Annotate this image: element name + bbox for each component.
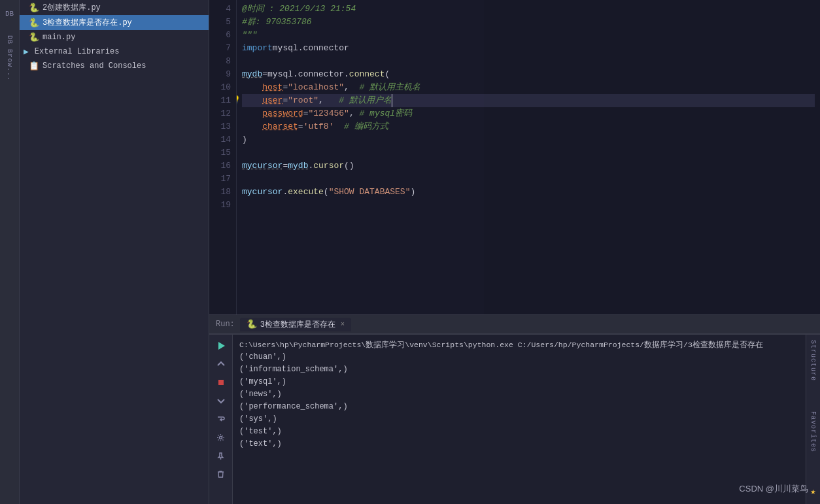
code-line-14: ) [242, 133, 815, 146]
code-editor[interactable]: 4 5 6 7 8 9 10 11 12 13 14 15 16 17 18 1… [209, 0, 820, 314]
code-line-10: host = "localhost" , # 默认用主机名 [242, 81, 815, 94]
file-tree-panel: 🐍 2创建数据库.py 🐍 3检查数据库是否存在.py 🐍 main.py ▶ … [20, 0, 209, 504]
code-line-17 [242, 173, 815, 186]
python-file-icon-2: 🐍 [29, 18, 39, 28]
side-tabs: Structure Favorites ★ [806, 335, 820, 504]
favorites-tab[interactable]: Favorites [808, 406, 818, 458]
console-output-line-4: ('news',) [239, 388, 799, 401]
console-output-line-8: ('text',) [239, 438, 799, 450]
run-button[interactable] [214, 339, 228, 353]
file-name-1: 2创建数据库.py [43, 2, 101, 13]
console-output-line-6: ('sys',) [239, 413, 799, 426]
run-bar: Run: 🐍 3检查数据库是否存在 × [209, 314, 820, 334]
run-tab[interactable]: 🐍 3检查数据库是否存在 × [240, 318, 351, 331]
structure-tab[interactable]: Structure [808, 335, 818, 386]
code-line-19 [242, 199, 815, 212]
external-libs-item[interactable]: ▶ External Libraries [20, 44, 209, 59]
db-browser-label[interactable]: DB Brow... [6, 35, 13, 81]
console-output-line-7: ('test',) [239, 426, 799, 438]
scratches-icon: 📋 [29, 61, 39, 71]
star-icon[interactable]: ★ [810, 486, 815, 497]
code-line-7: import mysql.connector [242, 42, 815, 55]
code-line-12: password = "123456" , # mysql密码 [242, 107, 815, 120]
run-tab-close-btn[interactable]: × [341, 321, 345, 328]
console-output-line-1: ('chuan',) [239, 351, 799, 363]
svg-rect-1 [218, 380, 224, 385]
left-sidebar: DB DB Brow... [0, 0, 20, 504]
wrap-button[interactable] [214, 412, 228, 426]
file-tree-item-1[interactable]: 🐍 2创建数据库.py [20, 0, 209, 15]
console-command-path: C:\Users\hp\PycharmProjects\数据库学习\venv\S… [239, 339, 799, 351]
console-output-line-3: ('mysql',) [239, 376, 799, 388]
code-line-8 [242, 55, 815, 68]
code-line-6: """ [242, 29, 815, 42]
code-line-11: 💡 user = "root" , # 默认用户名 [242, 94, 815, 107]
console-toolbar [209, 335, 233, 504]
python-file-icon-3: 🐍 [29, 32, 39, 42]
console-output-line-2: ('information_schema',) [239, 363, 799, 376]
run-tab-label: 3检查数据库是否存在 [260, 319, 335, 330]
code-line-15 [242, 146, 815, 160]
file-tree-item-3[interactable]: 🐍 main.py [20, 30, 209, 44]
scratches-item[interactable]: 📋 Scratches and Consoles [20, 59, 209, 73]
code-line-18: mycursor . execute ( "SHOW DATABASES" ) [242, 186, 815, 199]
code-line-16: mycursor = mydb . cursor () [242, 160, 815, 173]
scroll-down-button[interactable] [214, 394, 228, 408]
bulb-icon: 💡 [237, 94, 241, 107]
console-text-area[interactable]: C:\Users\hp\PycharmProjects\数据库学习\venv\S… [233, 335, 806, 504]
code-content[interactable]: @时间 : 2021/9/13 21:54 #群: 970353786 """ … [237, 0, 820, 314]
python-file-icon: 🐍 [29, 3, 39, 13]
file-tree-item-2[interactable]: 🐍 3检查数据库是否存在.py [20, 15, 209, 30]
run-label: Run: [216, 320, 235, 329]
right-panel: 4 5 6 7 8 9 10 11 12 13 14 15 16 17 18 1… [209, 0, 820, 504]
file-name-3: main.py [43, 33, 75, 42]
code-line-4: @时间 : 2021/9/13 21:54 [242, 3, 815, 16]
db-browser-icon[interactable]: DB [3, 7, 17, 21]
console-output: C:\Users\hp\PycharmProjects\数据库学习\venv\S… [209, 334, 820, 504]
svg-point-2 [220, 436, 222, 439]
stop-button[interactable] [214, 375, 228, 390]
line-numbers: 4 5 6 7 8 9 10 11 12 13 14 15 16 17 18 1… [209, 0, 237, 314]
pin-button[interactable] [214, 448, 228, 463]
scroll-up-button[interactable] [214, 357, 228, 371]
code-line-9: mydb = mysql.connector. connect ( [242, 68, 815, 81]
file-name-2: 3检查数据库是否存在.py [43, 17, 132, 28]
run-tab-python-icon: 🐍 [247, 319, 257, 329]
code-line-5: #群: 970353786 [242, 16, 815, 29]
clear-button[interactable] [214, 467, 228, 481]
settings-button[interactable] [214, 430, 228, 445]
code-line-13: charset = 'utf8' # 编码方式 [242, 120, 815, 133]
external-libs-label: External Libraries [35, 47, 120, 56]
svg-marker-0 [218, 342, 225, 350]
folder-icon: ▶ [24, 46, 29, 57]
scratches-label: Scratches and Consoles [43, 61, 146, 71]
console-output-line-5: ('performance_schema',) [239, 401, 799, 413]
main-area: 🐍 2创建数据库.py 🐍 3检查数据库是否存在.py 🐍 main.py ▶ … [20, 0, 820, 504]
